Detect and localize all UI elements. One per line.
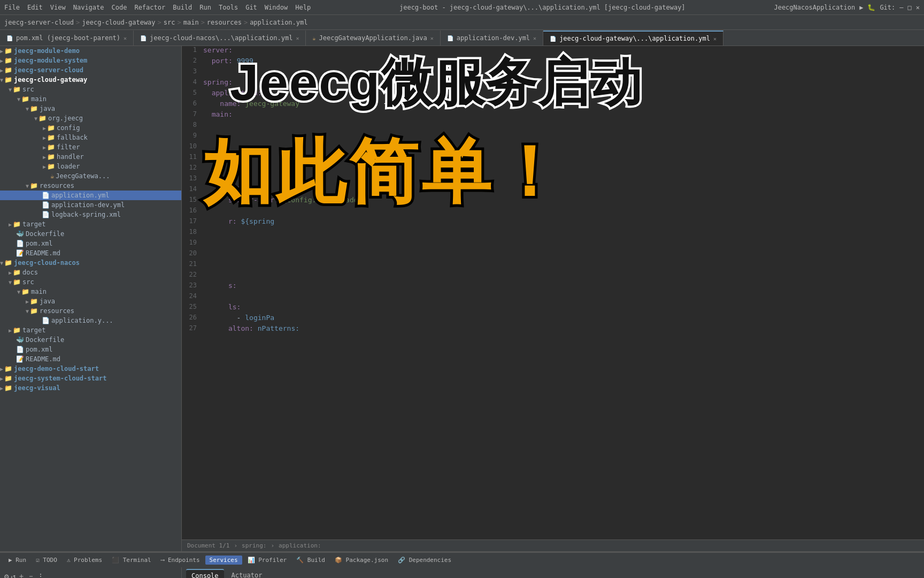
sidebar-item-java[interactable]: ▼ 📁 java — [0, 104, 181, 113]
toolbar-tab-packagejson[interactable]: 📦 Package.json — [330, 556, 392, 565]
yaml-icon-3: 📄 — [550, 36, 556, 42]
toolbar-tab-endpoints[interactable]: ⟶ Endpoints — [157, 556, 204, 565]
code-line-17: 17 r: ${spring — [182, 217, 924, 228]
sidebar-item-visual[interactable]: ▶ 📁 jeecg-visual — [0, 383, 181, 393]
sidebar-item-label: jeecg-cloud-gateway — [14, 76, 87, 83]
sidebar-item-demo-cloud-start[interactable]: ▶ 📁 jeecg-demo-cloud-start — [0, 364, 181, 374]
refresh-icon[interactable]: ↺ — [11, 572, 15, 579]
sidebar-item-src[interactable]: ▼ 📁 src — [0, 85, 181, 94]
sidebar-item-pom-gateway[interactable]: 📄 pom.xml — [0, 239, 181, 248]
sidebar-item-main-nacos[interactable]: ▼ 📁 main — [0, 287, 181, 296]
tab-close-active[interactable]: ✕ — [713, 36, 717, 42]
sidebar-item-src-nacos[interactable]: ▼ 📁 src — [0, 277, 181, 287]
debug-button[interactable]: 🐛 — [867, 4, 875, 11]
breadcrumb-item-3[interactable]: main — [183, 19, 199, 26]
menu-view[interactable]: View — [50, 4, 66, 11]
breadcrumb-item-5[interactable]: application.yml — [250, 19, 307, 26]
sidebar-item-java-nacos[interactable]: ▶ 📁 java — [0, 296, 181, 306]
menu-file[interactable]: File — [4, 4, 20, 11]
line-code: r: ${spring — [203, 217, 924, 225]
menu-navigate[interactable]: Navigate — [73, 4, 104, 11]
tab-actuator[interactable]: Actuator — [226, 569, 268, 579]
toolbar-tab-run[interactable]: ▶ Run — [4, 556, 30, 565]
remove-icon[interactable]: － — [27, 572, 35, 579]
target-folder-icon: 📁 — [13, 326, 21, 334]
menu-code[interactable]: Code — [112, 4, 127, 11]
sidebar-item-server-cloud[interactable]: ▶ 📁 jeecg-server-cloud — [0, 65, 181, 75]
sidebar-item-target-gateway[interactable]: ▶ 📁 target — [0, 219, 181, 229]
tab-close[interactable]: ✕ — [124, 35, 127, 41]
sidebar-item-jeecg-gateway-java[interactable]: ☕ JeecgGatewa... — [0, 171, 181, 181]
sidebar-item-cloud-gateway[interactable]: ▼ 📁 jeecg-cloud-gateway — [0, 75, 181, 85]
sidebar-item-system-cloud-start[interactable]: ▶ 📁 jeecg-system-cloud-start — [0, 374, 181, 383]
tab-gateway-application-yml[interactable]: 📄 jeecg-cloud-gateway\...\application.ym… — [543, 31, 723, 45]
tab-gateway-application-java[interactable]: ☕ JeecgGatewayApplication.java ✕ — [306, 31, 440, 45]
menu-run[interactable]: Run — [199, 4, 211, 11]
sidebar-item-pom-nacos[interactable]: 📄 pom.xml — [0, 345, 181, 354]
sidebar-item-filter[interactable]: ▶ 📁 filter — [0, 142, 181, 152]
menu-edit[interactable]: Edit — [27, 4, 43, 11]
sidebar-item-org-jeecg[interactable]: ▼ 📁 org.jeecg — [0, 113, 181, 123]
toolbar-tab-services[interactable]: Services — [205, 556, 242, 565]
sidebar-item-application-nacos[interactable]: 📄 application.y... — [0, 316, 181, 325]
sidebar-item-readme-nacos[interactable]: 📝 README.md — [0, 354, 181, 364]
add-icon[interactable]: ＋ — [18, 572, 25, 579]
sidebar-item-main[interactable]: ▼ 📁 main — [0, 94, 181, 104]
toolbar-tab-todo[interactable]: ☑ TODO — [32, 556, 61, 565]
menu-help[interactable]: Help — [295, 4, 311, 11]
sidebar-item-target-nacos[interactable]: ▶ 📁 target — [0, 325, 181, 335]
menu-window[interactable]: Window — [265, 4, 288, 11]
sidebar-item-handler[interactable]: ▶ 📁 handler — [0, 152, 181, 162]
tab-close[interactable]: ✕ — [296, 35, 299, 41]
tab-close[interactable]: ✕ — [430, 35, 434, 41]
filter-icon[interactable]: ⚙ — [4, 572, 9, 579]
minimize-button[interactable]: — — [899, 4, 903, 11]
toolbar-tab-profiler[interactable]: 📊 Profiler — [243, 556, 291, 565]
sidebar-item-docs[interactable]: ▶ 📁 docs — [0, 268, 181, 277]
module-icon: 📁 — [4, 76, 12, 83]
sidebar-item-label: main — [31, 288, 47, 295]
sidebar-item-module-demo[interactable]: ▶ 📁 jeecg-module-demo — [0, 46, 181, 56]
run-button[interactable]: ▶ — [859, 4, 863, 11]
breadcrumb-item-0[interactable]: jeecg-server-cloud — [4, 19, 74, 26]
sidebar-item-loader[interactable]: ▶ 📁 loader — [0, 162, 181, 171]
tab-application-dev-yml[interactable]: 📄 application-dev.yml ✕ — [441, 31, 543, 45]
line-code: ls: — [203, 303, 924, 311]
menu-refactor[interactable]: Refactor — [134, 4, 165, 11]
menu-bar[interactable]: File Edit View Navigate Code Refactor Bu… — [4, 4, 311, 11]
code-line-6: 6 name: jeecg-gateway — [182, 100, 924, 110]
tab-nacos-application-yml[interactable]: 📄 jeecg-cloud-nacos\...\application.yml … — [134, 31, 306, 45]
sidebar-item-dockerfile-gateway[interactable]: 🐳 Dockerfile — [0, 229, 181, 239]
sidebar-item-label: main — [31, 95, 47, 103]
more-icon[interactable]: ⋮ — [37, 572, 44, 579]
toolbar-tab-build[interactable]: 🔨 Build — [292, 556, 329, 565]
tab-pom-xml[interactable]: 📄 pom.xml (jeecg-boot-parent) ✕ — [0, 31, 134, 45]
toolbar-tab-problems[interactable]: ⚠ Problems — [63, 556, 106, 565]
sidebar-item-logback-xml[interactable]: 📄 logback-spring.xml — [0, 210, 181, 219]
breadcrumb-item-1[interactable]: jeecg-cloud-gateway — [82, 19, 155, 26]
close-button[interactable]: ✕ — [916, 4, 920, 11]
sidebar-item-jeecg-cloud-nacos[interactable]: ▼ 📁 jeecg-cloud-nacos — [0, 258, 181, 268]
tab-console[interactable]: Console — [186, 569, 224, 579]
sidebar-item-application-dev-yml[interactable]: 📄 application-dev.yml — [0, 200, 181, 210]
sidebar-item-readme-gateway[interactable]: 📝 README.md — [0, 248, 181, 258]
breadcrumb-item-2[interactable]: src — [164, 19, 175, 26]
yaml-file-icon: 📄 — [42, 317, 50, 324]
sidebar-item-application-yml[interactable]: 📄 application.yml — [0, 191, 181, 200]
maximize-button[interactable]: □ — [908, 4, 912, 11]
tab-close[interactable]: ✕ — [533, 35, 536, 41]
breadcrumb-item-4[interactable]: resources — [207, 19, 242, 26]
sidebar-item-resources[interactable]: ▼ 📁 resources — [0, 181, 181, 191]
toolbar-tab-dependencies[interactable]: 🔗 Dependencies — [394, 556, 456, 565]
sidebar-item-fallback[interactable]: ▶ 📁 fallback — [0, 133, 181, 142]
sidebar-item-module-system[interactable]: ▶ 📁 jeecg-module-system — [0, 56, 181, 65]
toolbar-tab-terminal[interactable]: ⬛ Terminal — [107, 556, 156, 565]
menu-tools[interactable]: Tools — [219, 4, 238, 11]
sidebar-item-dockerfile-nacos[interactable]: 🐳 Dockerfile — [0, 335, 181, 345]
menu-git[interactable]: Git — [245, 4, 257, 11]
sidebar-item-config[interactable]: ▶ 📁 config — [0, 123, 181, 133]
run-config-name[interactable]: JeecgNacosApplication — [774, 4, 855, 11]
editor-content[interactable]: 1 server: 2 port: 9999 3 4 spring: 5 app… — [182, 46, 924, 551]
menu-build[interactable]: Build — [173, 4, 192, 11]
sidebar-item-resources-nacos[interactable]: ▼ 📁 resources — [0, 306, 181, 316]
